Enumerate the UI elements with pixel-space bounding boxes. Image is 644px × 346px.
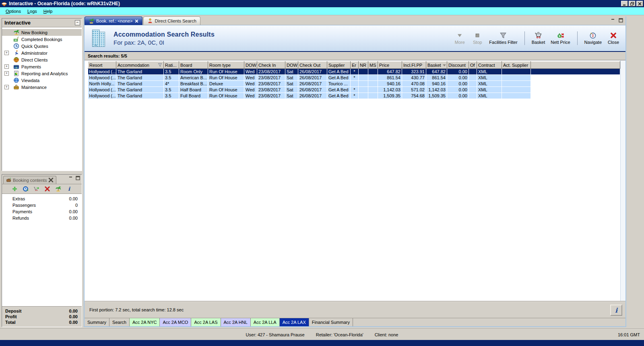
booking-list-item[interactable]: Extras0.00 bbox=[2, 196, 82, 202]
panel-maximize-icon[interactable] bbox=[619, 18, 623, 23]
stop-button[interactable]: Stop bbox=[469, 31, 485, 45]
column-header-of[interactable]: Of bbox=[469, 62, 477, 69]
tree-expander-icon[interactable]: + bbox=[4, 85, 9, 89]
maintenance-icon bbox=[13, 84, 19, 91]
column-header-check-in[interactable]: Check In bbox=[257, 62, 285, 69]
booking-panel-maximize-icon[interactable] bbox=[76, 176, 80, 180]
results-table-region: ResortAccommodationRati...BoardRoom type… bbox=[85, 60, 625, 301]
booking-total-value: 0.00 bbox=[69, 314, 78, 319]
bottom-tab-acc-2a-hnl[interactable]: Acc 2A HNL bbox=[221, 318, 251, 326]
info-button[interactable]: i bbox=[610, 305, 622, 316]
column-header-price[interactable]: Price bbox=[378, 62, 402, 69]
tree-expander-icon[interactable]: + bbox=[4, 64, 9, 69]
table-row[interactable]: Hollywood (...The Garland3.5American B..… bbox=[88, 75, 620, 81]
table-row[interactable]: North Holly...The Garland4*Breakfast B..… bbox=[88, 81, 620, 87]
sidebar-item-direct-clients[interactable]: Direct Clients bbox=[2, 56, 82, 63]
table-cell bbox=[469, 81, 477, 87]
column-header-resort[interactable]: Resort bbox=[88, 62, 116, 69]
sidebar-item-viewdata[interactable]: Viewdata bbox=[2, 77, 82, 84]
column-header-nr[interactable]: NR bbox=[359, 62, 368, 69]
bottom-tab-acc-2a-mco[interactable]: Acc 2A MCO bbox=[160, 318, 191, 326]
column-header-supplier[interactable]: Supplier bbox=[327, 62, 351, 69]
bottom-tab-acc-2a-nyc[interactable]: Acc 2A NYC bbox=[130, 318, 160, 326]
bottom-tab-acc-2a-lla[interactable]: Acc 2A LLA bbox=[251, 318, 280, 326]
tab-direct-clients-search[interactable]: Direct Clients Search bbox=[143, 16, 200, 25]
minimize-button[interactable] bbox=[621, 1, 628, 6]
sidebar-item-payments[interactable]: +$Payments bbox=[2, 63, 82, 70]
table-cell: 1,509.35 bbox=[378, 93, 402, 99]
reporting-icon bbox=[13, 70, 19, 77]
booking-list-item[interactable]: Refunds0.00 bbox=[2, 215, 82, 221]
sidebar-item-new-booking[interactable]: New Booking bbox=[2, 29, 82, 36]
sidebar-collapse-button[interactable]: − bbox=[75, 20, 80, 25]
booking-contents-toolbar: i bbox=[2, 184, 82, 194]
column-filter-icon[interactable] bbox=[158, 63, 162, 67]
basket-button[interactable]: Basket bbox=[530, 31, 547, 45]
navigate-button[interactable]: Navigate bbox=[582, 31, 604, 45]
column-header-ms[interactable]: MS bbox=[368, 62, 378, 69]
booking-contents-close-icon[interactable] bbox=[48, 177, 54, 183]
column-header-accommodation[interactable]: Accommodation bbox=[116, 62, 164, 69]
tree-expander-icon[interactable]: + bbox=[4, 71, 9, 76]
table-cell: Wed bbox=[244, 93, 257, 99]
column-header-act-supplier[interactable]: Act. Supplier bbox=[502, 62, 531, 69]
facilities-filter-button[interactable]: Facilities Filter bbox=[487, 31, 519, 45]
booking-item-value: 0.00 bbox=[69, 216, 78, 220]
nett-price-button[interactable]: $Nett Price bbox=[549, 31, 572, 45]
stop-icon bbox=[473, 32, 481, 39]
add-button[interactable] bbox=[12, 186, 18, 192]
table-cell-filler bbox=[531, 69, 620, 75]
booking-list-item[interactable]: Passengers0 bbox=[2, 202, 82, 208]
column-header-dow[interactable]: DOW bbox=[244, 62, 257, 69]
menu-item-logs[interactable]: Logs bbox=[24, 8, 40, 14]
column-header-discount[interactable]: Discount bbox=[447, 62, 469, 69]
booking-list-item[interactable]: Payments0.00 bbox=[2, 208, 82, 215]
column-header-contract[interactable]: Contract bbox=[477, 62, 502, 69]
restore-button[interactable] bbox=[629, 1, 636, 6]
bottom-tab-search[interactable]: Search bbox=[109, 318, 130, 326]
column-header-check-out[interactable]: Check Out bbox=[298, 62, 327, 69]
sidebar-item-reporting-and-analytics[interactable]: +Reporting and Analytics bbox=[2, 70, 82, 77]
menu-item-help[interactable]: Help bbox=[40, 8, 56, 14]
column-header-basket[interactable]: Basket bbox=[426, 62, 447, 69]
bottom-tab-financial-summary[interactable]: Financial Summary bbox=[309, 318, 353, 326]
column-header-board[interactable]: Board bbox=[179, 62, 208, 69]
column-header-incl-fl-pp[interactable]: Incl.Fl.PP bbox=[402, 62, 426, 69]
basket-add-button[interactable] bbox=[33, 186, 39, 192]
table-cell bbox=[359, 93, 368, 99]
sidebar-item-administrator[interactable]: +Administrator bbox=[2, 49, 82, 56]
world-clock-button[interactable] bbox=[23, 186, 29, 192]
close-button[interactable]: Close bbox=[605, 31, 621, 45]
table-cell: Room Only bbox=[179, 69, 208, 75]
palm-tree-icon bbox=[89, 18, 94, 24]
tab-book-ref-none-[interactable]: Book. ref.: <none> bbox=[85, 16, 142, 25]
sidebar-item-quick-quotes[interactable]: Quick Quotes bbox=[2, 43, 82, 49]
table-row[interactable]: Hollywood (...The Garland3.5Half BoardRu… bbox=[88, 87, 620, 93]
booking-panel-minimize-icon[interactable] bbox=[69, 176, 73, 180]
table-cell: Tourico ... bbox=[327, 81, 351, 87]
bottom-tab-summary[interactable]: Summary bbox=[85, 318, 109, 326]
panel-minimize-icon[interactable] bbox=[611, 18, 615, 23]
close-window-button[interactable] bbox=[636, 1, 643, 6]
tab-close-icon[interactable] bbox=[135, 19, 138, 23]
bottom-tab-acc-2a-las[interactable]: Acc 2A LAS bbox=[191, 318, 221, 326]
sidebar-item-completed-bookings[interactable]: Completed Bookings bbox=[2, 36, 82, 43]
sidebar-item-maintenance[interactable]: +Maintenance bbox=[2, 84, 82, 91]
more-button[interactable]: More bbox=[452, 31, 468, 45]
info-button[interactable]: i bbox=[66, 186, 72, 192]
menu-item-options[interactable]: Options bbox=[2, 8, 24, 14]
palm-tree-button[interactable] bbox=[55, 186, 61, 192]
delete-button[interactable] bbox=[44, 186, 50, 192]
table-cell: 571.02 bbox=[402, 87, 426, 93]
column-header-rati-[interactable]: Rati... bbox=[164, 62, 179, 69]
column-header-room-type[interactable]: Room type bbox=[208, 62, 244, 69]
table-row[interactable]: Hollywood (...The Garland3.5Room OnlyRun… bbox=[88, 69, 620, 75]
booking-contents-tab[interactable]: Booking contents bbox=[3, 176, 56, 184]
table-row[interactable]: Hollywood (...The Garland3.5Full BoardRu… bbox=[88, 93, 620, 99]
booking-total-row: Profit0.00 bbox=[2, 314, 82, 319]
table-cell bbox=[502, 81, 531, 87]
column-header-er[interactable]: Er bbox=[351, 62, 359, 69]
bottom-tab-acc-2a-lax[interactable]: Acc 2A LAX bbox=[280, 318, 309, 326]
column-header-dow[interactable]: DOW bbox=[285, 62, 298, 69]
tree-expander-icon[interactable]: + bbox=[4, 51, 9, 55]
